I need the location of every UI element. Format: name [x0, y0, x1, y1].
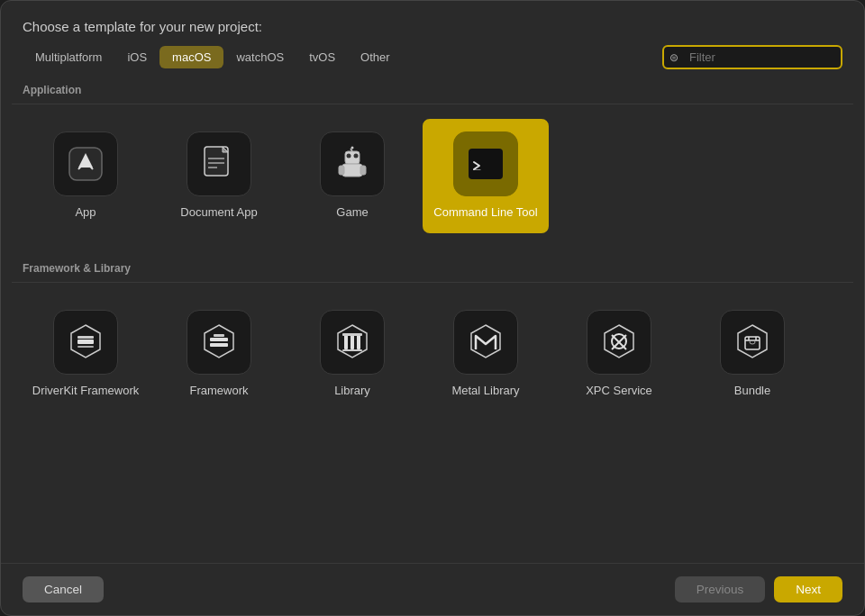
svg-rect-10	[360, 166, 366, 175]
tab-watchos[interactable]: watchOS	[223, 46, 296, 68]
template-game[interactable]: Game	[289, 119, 415, 233]
framework-library-grid: DriverKit Framework Framework	[12, 283, 853, 426]
svg-rect-9	[339, 166, 344, 175]
bundle-icon-wrap	[720, 310, 785, 375]
document-app-icon	[199, 144, 239, 184]
template-library[interactable]: Library	[289, 297, 415, 412]
svg-point-7	[354, 154, 359, 159]
svg-rect-21	[210, 343, 228, 347]
svg-rect-17	[77, 336, 94, 339]
metal-library-icon-wrap	[453, 310, 518, 375]
template-document-app[interactable]: Document App	[156, 119, 282, 233]
xpc-service-label: XPC Service	[586, 384, 652, 399]
library-label: Library	[334, 384, 370, 399]
filter-wrapper: ⊜	[662, 45, 842, 69]
library-icon	[332, 322, 372, 362]
svg-point-6	[347, 154, 351, 159]
tab-tvos[interactable]: tvOS	[296, 46, 348, 68]
svg-point-12	[351, 147, 354, 149]
driverkit-framework-label: DriverKit Framework	[32, 384, 139, 399]
svg-rect-24	[344, 335, 348, 349]
game-label: Game	[336, 205, 368, 221]
xpc-service-icon-wrap	[587, 310, 651, 375]
template-command-line-tool[interactable]: _ Command Line Tool	[423, 119, 549, 233]
game-icon	[332, 144, 372, 184]
section-application-header: Application	[12, 77, 853, 104]
template-driverkit-framework[interactable]: DriverKit Framework	[23, 297, 149, 412]
svg-rect-20	[210, 338, 228, 341]
filter-input[interactable]	[662, 45, 842, 69]
previous-button[interactable]: Previous	[675, 576, 766, 602]
section-application: Application App	[12, 77, 853, 248]
bundle-label: Bundle	[734, 384, 770, 399]
library-icon-wrap	[320, 310, 385, 375]
dialog-footer: Cancel Previous Next	[1, 563, 864, 615]
next-button[interactable]: Next	[774, 576, 842, 602]
driverkit-icon	[66, 322, 105, 362]
footer-right: Previous Next	[675, 576, 842, 602]
tab-other[interactable]: Other	[348, 46, 403, 68]
section-framework-library-header: Framework & Library	[12, 255, 853, 283]
command-line-tool-icon-wrap: _	[453, 131, 518, 196]
document-app-icon-wrap	[187, 131, 251, 196]
svg-rect-28	[342, 349, 362, 351]
svg-marker-34	[738, 325, 767, 358]
platform-tabs-row: Multiplatform iOS macOS watchOS tvOS Oth…	[1, 45, 864, 69]
dialog-title: Choose a template for your new project:	[1, 1, 864, 45]
svg-rect-16	[77, 340, 94, 344]
cancel-button[interactable]: Cancel	[23, 576, 104, 602]
svg-rect-18	[77, 346, 94, 348]
framework-label: Framework	[189, 384, 248, 399]
new-project-dialog: Choose a template for your new project: …	[0, 0, 865, 616]
filter-icon: ⊜	[669, 51, 678, 64]
svg-rect-26	[357, 335, 360, 349]
tab-multiplatform[interactable]: Multiplatform	[23, 46, 114, 68]
framework-icon	[199, 322, 239, 362]
terminal-icon: _	[466, 144, 505, 184]
driverkit-icon-wrap	[53, 310, 118, 375]
svg-rect-8	[342, 164, 362, 177]
template-app[interactable]: App	[23, 119, 149, 233]
svg-rect-25	[351, 335, 354, 349]
game-icon-wrap	[320, 131, 385, 196]
svg-rect-27	[342, 333, 362, 336]
app-label: App	[75, 205, 96, 221]
svg-rect-22	[214, 334, 224, 337]
template-content: Application App	[1, 77, 864, 563]
document-app-label: Document App	[180, 205, 257, 221]
tab-macos[interactable]: macOS	[159, 46, 223, 68]
metal-icon	[466, 322, 505, 362]
app-icon-wrap	[53, 131, 118, 196]
template-metal-library[interactable]: Metal Library	[423, 297, 549, 412]
template-framework[interactable]: Framework	[156, 297, 282, 412]
section-framework-library: Framework & Library DriverKit Framework	[12, 255, 853, 426]
metal-library-label: Metal Library	[451, 384, 519, 399]
app-icon	[66, 144, 105, 184]
framework-icon-wrap	[187, 310, 251, 375]
platform-tabs: Multiplatform iOS macOS watchOS tvOS Oth…	[23, 46, 662, 68]
command-line-tool-label: Command Line Tool	[433, 205, 537, 221]
bundle-icon	[733, 322, 772, 362]
svg-rect-5	[345, 151, 360, 164]
tab-ios[interactable]: iOS	[114, 46, 159, 68]
template-bundle[interactable]: Bundle	[689, 297, 815, 412]
template-xpc-service[interactable]: XPC Service	[556, 297, 682, 412]
xpc-icon	[599, 322, 639, 362]
application-grid: App Document App	[12, 104, 853, 248]
